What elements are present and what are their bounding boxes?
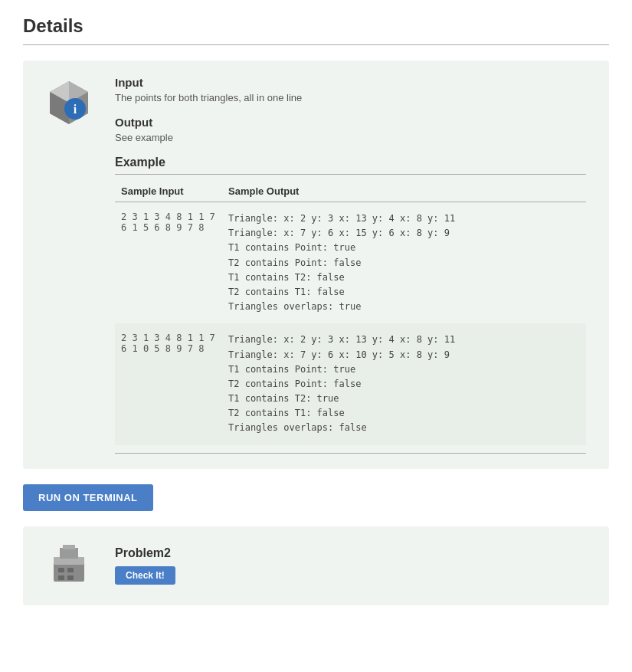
problem2-content: Problem2 Check It!	[115, 546, 586, 585]
table-row: 2 3 1 3 4 8 1 1 7 6 1 5 6 8 9 7 8Triangl…	[115, 202, 586, 324]
col-sample-output: Sample Output	[222, 181, 586, 202]
svg-text:i: i	[74, 103, 77, 116]
card-content: Input The points for both triangles, all…	[115, 76, 586, 454]
info-icon-area: i	[46, 76, 100, 454]
table-row-input-1: 2 3 1 3 4 8 1 1 7 6 1 0 5 8 9 7 8	[115, 323, 222, 444]
problem2-title: Problem2	[115, 546, 586, 560]
svg-rect-11	[67, 568, 74, 572]
col-sample-input: Sample Input	[115, 181, 222, 202]
table-row-input-0: 2 3 1 3 4 8 1 1 7 6 1 5 6 8 9 7 8	[115, 202, 222, 324]
problem2-icon	[46, 542, 92, 588]
example-table: Sample Input Sample Output 2 3 1 3 4 8 1…	[115, 181, 586, 445]
svg-rect-13	[67, 575, 74, 580]
example-title: Example	[115, 156, 586, 175]
svg-rect-9	[63, 545, 75, 549]
svg-rect-8	[60, 548, 78, 559]
input-description: The points for both triangles, all in on…	[115, 92, 586, 103]
run-on-terminal-button[interactable]: RUN ON TERMINAL	[23, 484, 153, 511]
table-row-output-0: Triangle: x: 2 y: 3 x: 13 y: 4 x: 8 y: 1…	[222, 202, 586, 324]
info-icon: i	[46, 80, 92, 126]
details-card: i Input The points for both triangles, a…	[23, 61, 609, 469]
svg-rect-12	[58, 575, 64, 580]
problem2-card: Problem2 Check It!	[23, 526, 609, 605]
table-row: 2 3 1 3 4 8 1 1 7 6 1 0 5 8 9 7 8Triangl…	[115, 323, 586, 444]
output-description: See example	[115, 132, 586, 143]
output-label: Output	[115, 116, 586, 129]
table-row-output-1: Triangle: x: 2 y: 3 x: 13 y: 4 x: 8 y: 1…	[222, 323, 586, 444]
page-title: Details	[23, 15, 609, 45]
input-label: Input	[115, 76, 586, 89]
svg-rect-10	[58, 568, 64, 572]
problem2-icon-area	[46, 542, 100, 590]
check-it-button[interactable]: Check It!	[115, 566, 175, 585]
table-bottom-divider	[115, 453, 586, 454]
